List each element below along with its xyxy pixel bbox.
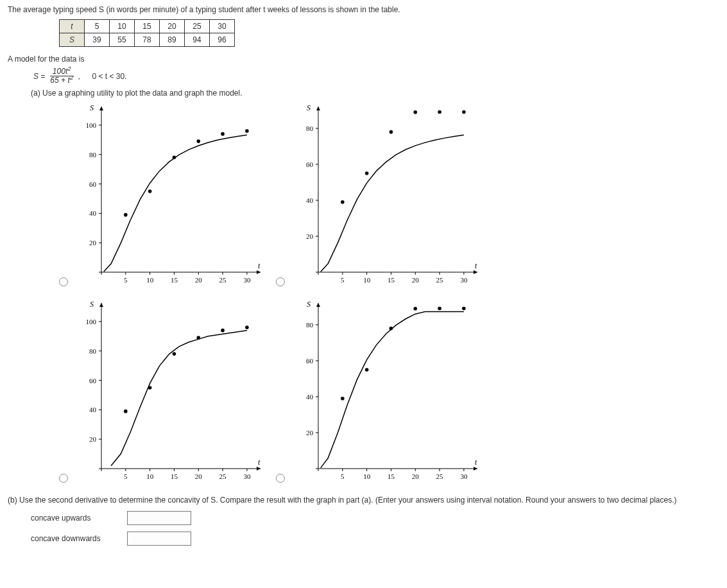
svg-text:25: 25 [219,472,227,480]
graph-option[interactable]: St2040608010051015202530 [59,103,264,289]
table-cell: 20 [160,20,185,33]
svg-point-28 [173,156,176,160]
svg-point-118 [341,397,345,401]
svg-point-123 [462,307,466,311]
table-cell: 96 [210,33,235,47]
svg-text:25: 25 [436,472,444,480]
formula-den-exp: 2 [70,74,73,81]
concave-up-input[interactable] [127,511,191,525]
svg-text:100: 100 [86,318,97,325]
graph-grid: St2040608010051015202530St20406080510152… [59,103,481,485]
svg-text:100: 100 [86,121,97,129]
svg-point-27 [148,190,152,194]
graph-plot: St2040608010051015202530 [72,103,264,289]
radio-option[interactable] [276,474,285,483]
table-row2-header: S [60,33,85,47]
svg-point-121 [413,307,417,311]
part-a-label: (a) Use a graphing utility to plot the d… [31,89,719,98]
svg-point-92 [221,329,225,333]
table-cell: 30 [210,20,235,33]
intro-text: The average typing speed S (in words per… [8,5,719,14]
table-cell: 89 [160,33,185,47]
graph-option[interactable]: St2040608051015202530 [276,103,481,289]
svg-text:60: 60 [89,377,97,385]
radio-option[interactable] [59,474,68,483]
svg-text:5: 5 [124,472,128,480]
concave-down-input[interactable] [127,532,191,546]
data-table: t 5 10 15 20 25 30 S 39 55 78 89 94 96 [59,19,235,47]
svg-point-88 [124,410,128,413]
svg-text:60: 60 [306,357,314,365]
svg-point-29 [196,140,200,144]
table-cell: 94 [185,33,210,47]
formula-lhs: S = [33,72,45,81]
model-intro: A model for the data is [8,55,719,64]
svg-text:10: 10 [363,472,371,480]
svg-text:25: 25 [219,276,227,284]
svg-text:30: 30 [243,276,251,284]
svg-text:t: t [475,458,477,467]
svg-text:t: t [258,458,261,467]
svg-text:S: S [307,103,311,112]
svg-text:60: 60 [306,160,314,168]
svg-text:15: 15 [388,472,395,480]
table-row1-header: t [60,20,85,33]
radio-option[interactable] [276,277,285,286]
svg-text:80: 80 [306,125,314,132]
graph-plot: St2040608051015202530 [289,299,481,485]
svg-text:20: 20 [89,239,97,247]
formula-num: 100t [53,67,67,76]
radio-option[interactable] [59,277,68,286]
svg-text:20: 20 [195,472,203,480]
svg-text:10: 10 [363,276,371,284]
svg-text:15: 15 [171,276,178,284]
svg-text:80: 80 [89,151,97,159]
graph-option[interactable]: St2040608010051015202530 [59,299,264,485]
svg-point-89 [148,386,152,390]
svg-text:t: t [475,261,477,270]
formula-comma: , [78,72,80,81]
table-cell: 10 [110,20,135,33]
svg-text:20: 20 [195,276,203,284]
svg-text:15: 15 [171,472,178,480]
formula-fraction: 100t2 65 + t2 [47,67,76,85]
svg-text:S: S [90,300,94,309]
svg-point-93 [245,326,249,330]
svg-point-91 [196,336,200,340]
svg-text:20: 20 [89,436,97,444]
formula-den: 65 + t [50,76,69,85]
svg-point-120 [389,327,393,331]
svg-text:20: 20 [306,429,314,437]
svg-text:60: 60 [89,180,97,188]
svg-text:40: 40 [89,406,97,414]
svg-text:25: 25 [436,276,444,284]
svg-text:10: 10 [146,276,154,284]
model-formula: S = 100t2 65 + t2 , 0 < t < 30. [33,67,719,85]
svg-text:40: 40 [89,210,97,218]
table-cell: 25 [185,20,210,33]
svg-text:S: S [307,300,311,309]
svg-text:15: 15 [388,276,395,284]
table-cell: 55 [110,33,135,47]
svg-text:40: 40 [306,196,314,204]
concave-down-label: concave downwards [31,534,114,543]
svg-text:30: 30 [460,276,468,284]
graph-plot: St2040608010051015202530 [72,299,264,485]
svg-point-30 [221,132,225,136]
svg-text:40: 40 [306,393,314,401]
svg-point-58 [389,130,393,134]
svg-text:80: 80 [306,321,314,329]
svg-point-59 [413,110,417,114]
svg-point-61 [462,110,466,114]
svg-point-60 [438,110,441,114]
svg-point-31 [245,130,249,134]
svg-text:80: 80 [89,347,97,355]
svg-text:10: 10 [146,472,154,480]
table-cell: 5 [85,20,110,33]
svg-point-56 [341,200,345,204]
svg-text:20: 20 [412,276,420,284]
graph-option[interactable]: St2040608051015202530 [276,299,481,485]
part-b-label: (b) Use the second derivative to determi… [8,496,719,505]
table-cell: 39 [85,33,110,47]
svg-text:5: 5 [341,472,345,480]
